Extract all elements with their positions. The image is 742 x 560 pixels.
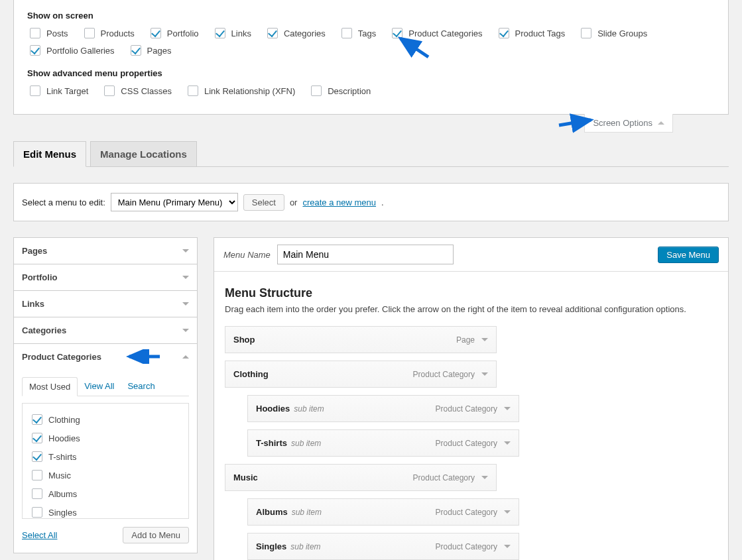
checkbox-input[interactable]: [32, 433, 42, 443]
menu-select[interactable]: Main Menu (Primary Menu): [111, 193, 238, 211]
checkbox-categories[interactable]: Categories: [265, 26, 326, 40]
checkbox-input[interactable]: [215, 28, 225, 38]
checkbox-input[interactable]: [32, 488, 42, 499]
checkbox-input[interactable]: [267, 28, 278, 38]
checkbox-input[interactable]: [151, 28, 161, 38]
checkbox-label: Products: [101, 28, 135, 38]
checkbox-links[interactable]: Links: [212, 26, 251, 40]
menu-item-type: Product Category: [436, 542, 497, 551]
checkbox-input[interactable]: [32, 507, 42, 518]
chevron-down-icon[interactable]: [481, 338, 488, 341]
chevron-down-icon[interactable]: [504, 407, 511, 410]
add-to-menu-button[interactable]: Add to Menu: [123, 527, 189, 543]
checkbox-input[interactable]: [30, 45, 40, 56]
annotation-arrow-icon: [125, 349, 162, 364]
chevron-down-icon[interactable]: [481, 372, 488, 376]
checkbox-label: Description: [328, 86, 371, 96]
checkbox-product-tags[interactable]: Product Tags: [496, 26, 566, 40]
metabox-product-categories: Product Categories Most Used View All Se…: [13, 343, 198, 553]
metabox-head-product-categories[interactable]: Product Categories: [14, 344, 197, 370]
term-item[interactable]: Hoodies: [29, 429, 182, 447]
checkbox-input[interactable]: [341, 28, 352, 38]
checkbox-input[interactable]: [30, 28, 40, 38]
tab-manage-locations[interactable]: Manage Locations: [90, 141, 197, 167]
menu-item-subtext: sub item: [290, 542, 320, 551]
checkbox-input[interactable]: [499, 28, 509, 38]
checkbox-input[interactable]: [581, 28, 591, 38]
term-item[interactable]: Clothing: [29, 410, 182, 429]
menu-item-title: Hoodies: [256, 404, 290, 414]
checkbox-input[interactable]: [188, 85, 198, 96]
checkbox-input[interactable]: [32, 451, 42, 462]
menu-item[interactable]: Singlessub itemProduct Category: [247, 533, 519, 560]
menu-structure-desc: Drag each item into the order you prefer…: [225, 304, 717, 314]
checkbox-input[interactable]: [392, 28, 402, 38]
screen-options-label: Screen Options: [593, 118, 652, 128]
select-all-link[interactable]: Select All: [22, 530, 57, 540]
menu-item[interactable]: Albumssub itemProduct Category: [247, 498, 519, 526]
term-item[interactable]: Albums: [29, 484, 182, 503]
menu-item[interactable]: ClothingProduct Category: [225, 361, 497, 388]
checkbox-products[interactable]: Products: [82, 26, 135, 40]
menu-item-type: Product Category: [413, 473, 475, 482]
checkbox-link-relationship-xfn-[interactable]: Link Relationship (XFN): [185, 84, 295, 98]
chevron-down-icon[interactable]: [504, 441, 511, 445]
metabox-head-categories[interactable]: Categories: [14, 317, 197, 343]
term-label: Hoodies: [48, 433, 80, 443]
term-item[interactable]: Music: [29, 466, 182, 484]
metabox-head-pages[interactable]: Pages: [14, 238, 197, 264]
period: .: [381, 197, 384, 207]
checkbox-css-classes[interactable]: CSS Classes: [101, 84, 172, 98]
metabox-title: Product Categories: [22, 352, 101, 362]
checkbox-pages[interactable]: Pages: [128, 43, 172, 58]
create-menu-link[interactable]: create a new menu: [302, 197, 376, 207]
menu-item-type: Product Category: [436, 439, 497, 448]
checkbox-input[interactable]: [84, 28, 95, 38]
checkbox-slide-groups[interactable]: Slide Groups: [578, 26, 647, 40]
metabox-head-links[interactable]: Links: [14, 291, 197, 317]
checkbox-posts[interactable]: Posts: [27, 26, 68, 40]
metabox-body-product-categories: Most Used View All Search ClothingHoodie…: [14, 370, 197, 553]
menu-item[interactable]: Hoodiessub itemProduct Category: [247, 395, 519, 422]
term-tab-search[interactable]: Search: [121, 377, 161, 396]
screen-options-tab[interactable]: Screen Options: [584, 114, 673, 133]
checkbox-description[interactable]: Description: [308, 84, 371, 98]
menu-item-title: Shop: [233, 335, 255, 345]
chevron-down-icon[interactable]: [504, 510, 511, 514]
checkbox-input[interactable]: [131, 45, 141, 56]
tab-edit-menus[interactable]: Edit Menus: [13, 141, 86, 167]
menu-item[interactable]: ShopPage: [225, 326, 497, 353]
checkbox-input[interactable]: [32, 414, 42, 425]
term-list: ClothingHoodiesT-shirtsMusicAlbumsSingle…: [22, 403, 189, 519]
checkbox-link-target[interactable]: Link Target: [27, 84, 88, 98]
menu-structure-heading: Menu Structure: [225, 286, 717, 300]
checkbox-portfolio[interactable]: Portfolio: [148, 26, 199, 40]
term-item[interactable]: T-shirts: [29, 447, 182, 466]
checkbox-product-categories[interactable]: Product Categories: [389, 26, 482, 40]
menu-item-type: Page: [456, 335, 475, 345]
checkbox-tags[interactable]: Tags: [339, 26, 376, 40]
menu-name-input[interactable]: [277, 245, 454, 264]
checkbox-input[interactable]: [104, 85, 115, 96]
chevron-down-icon[interactable]: [481, 476, 488, 479]
term-tab-view-all[interactable]: View All: [78, 377, 121, 396]
checkbox-input[interactable]: [30, 85, 40, 96]
metabox-categories: Categories: [13, 317, 198, 344]
checkbox-label: Link Target: [46, 86, 88, 96]
checkbox-portfolio-galleries[interactable]: Portfolio Galleries: [27, 43, 115, 58]
save-menu-button[interactable]: Save Menu: [658, 247, 719, 263]
select-button[interactable]: Select: [243, 194, 284, 211]
metabox-head-portfolio[interactable]: Portfolio: [14, 264, 197, 290]
menu-item-subtext: sub item: [292, 508, 322, 517]
term-item[interactable]: Singles: [29, 503, 182, 519]
term-tab-most-used[interactable]: Most Used: [22, 377, 78, 396]
menu-item[interactable]: MusicProduct Category: [225, 464, 497, 491]
menu-item-title: Clothing: [233, 369, 269, 379]
menu-item-title: Albums: [256, 507, 288, 517]
checkbox-input[interactable]: [32, 470, 42, 480]
select-menu-bar: Select a menu to edit: Main Menu (Primar…: [13, 183, 729, 221]
menu-item-type: Product Category: [436, 404, 497, 414]
checkbox-input[interactable]: [311, 85, 322, 96]
chevron-down-icon[interactable]: [504, 545, 511, 548]
menu-item[interactable]: T-shirtssub itemProduct Category: [247, 429, 519, 457]
